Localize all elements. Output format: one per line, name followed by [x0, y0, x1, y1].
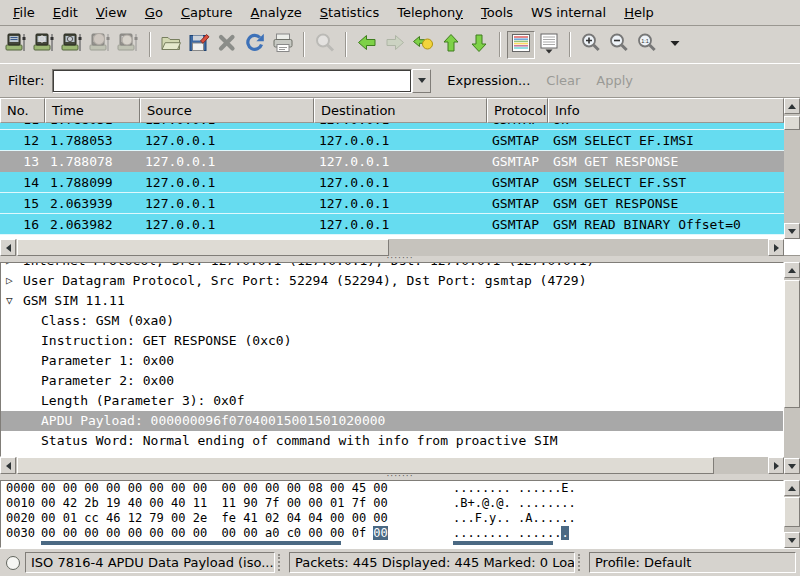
menu-edit[interactable]: Edit	[44, 1, 87, 25]
menu-analyze[interactable]: Analyze	[242, 1, 311, 25]
scroll-right-button[interactable]	[768, 457, 784, 474]
cell-protocol: GSMTAP	[487, 193, 548, 213]
expander-closed-icon[interactable]: ▷	[6, 271, 13, 291]
detail-line-5[interactable]: Parameter 1: 0x00	[1, 351, 783, 371]
scrollbar-thumb[interactable]	[784, 116, 800, 130]
expander-open-icon[interactable]: ▽	[6, 291, 13, 311]
scroll-up-button[interactable]	[784, 98, 800, 114]
zoom-in-button[interactable]	[577, 31, 605, 59]
detail-line-4[interactable]: Instruction: GET RESPONSE (0xc0)	[1, 331, 783, 351]
hex-row-0020[interactable]: 002000 01 cc 46 12 79 00 2e fe 41 02 04 …	[1, 511, 783, 526]
hex-row-0010[interactable]: 001000 42 2b 19 40 00 40 11 11 90 7f 00 …	[1, 496, 783, 511]
packet-list-vscrollbar[interactable]	[784, 98, 800, 239]
zoom-out-button[interactable]	[605, 31, 633, 59]
packet-row-11[interactable]: 111.788051127.0.0.1127.0.0.1GSMTAPOk	[0, 123, 784, 130]
packet-row-16[interactable]: 162.063982127.0.0.1127.0.0.1GSMTAPGSM RE…	[0, 214, 784, 235]
interfaces-button[interactable]	[3, 31, 31, 59]
menu-ws-internal[interactable]: WS internal	[522, 1, 615, 25]
find-packet-button[interactable]	[311, 31, 339, 59]
hex-offset: 0030	[6, 526, 35, 541]
cell-destination: 127.0.0.1	[314, 172, 487, 192]
scroll-up-button[interactable]	[784, 262, 800, 278]
cell-no: 12	[0, 130, 45, 150]
go-top-button[interactable]	[437, 31, 465, 59]
detail-line-0[interactable]: ▷Internet Protocol, Src: 127.0.0.1 (127.…	[1, 263, 783, 271]
scroll-down-button[interactable]	[784, 223, 800, 239]
go-bottom-button[interactable]	[465, 31, 493, 59]
bytes-vscrollbar[interactable]	[784, 480, 800, 548]
detail-line-9[interactable]: Status Word: Normal ending of command wi…	[1, 431, 783, 451]
hex-row-0000[interactable]: 000000 00 00 00 00 00 00 00 00 00 00 00 …	[1, 481, 783, 496]
scrollbar-thumb[interactable]	[784, 497, 800, 527]
apply-button[interactable]: Apply	[596, 73, 633, 88]
capture-start-button[interactable]	[59, 31, 87, 59]
toolbar-overflow-button[interactable]	[661, 31, 689, 59]
menu-help[interactable]: Help	[615, 1, 663, 25]
capture-restart-button[interactable]	[115, 31, 143, 59]
close-file-button[interactable]	[213, 31, 241, 59]
hex-dump[interactable]: 000000 00 00 00 00 00 00 00 00 00 00 00 …	[0, 480, 784, 548]
scroll-down-button[interactable]	[784, 532, 800, 548]
packet-list-hscrollbar[interactable]	[0, 239, 784, 256]
cell-destination: 127.0.0.1	[314, 151, 487, 171]
capture-stop-button[interactable]	[87, 31, 115, 59]
column-header-source[interactable]: Source	[140, 98, 314, 123]
detail-line-2[interactable]: ▽GSM SIM 11.11	[1, 291, 783, 311]
scrollbar-thumb[interactable]	[17, 239, 389, 256]
autoscroll-button[interactable]	[535, 31, 563, 59]
clear-button[interactable]: Clear	[546, 73, 580, 88]
filter-input[interactable]	[52, 69, 412, 93]
menu-statistics[interactable]: Statistics	[311, 1, 388, 25]
colorize-button[interactable]	[507, 31, 535, 59]
menu-go[interactable]: Go	[136, 1, 172, 25]
packet-row-14[interactable]: 141.788099127.0.0.1127.0.0.1GSMTAPGSM SE…	[0, 172, 784, 193]
packet-row-13[interactable]: 131.788078127.0.0.1127.0.0.1GSMTAPGSM GE…	[0, 151, 784, 172]
expander-closed-icon[interactable]: ▷	[6, 263, 13, 271]
go-to-packet-button[interactable]	[409, 31, 437, 59]
open-file-button[interactable]	[157, 31, 185, 59]
details-vscrollbar[interactable]	[784, 262, 800, 474]
scroll-left-button[interactable]	[0, 457, 16, 474]
expression-button[interactable]: Expression...	[447, 73, 530, 88]
menu-capture[interactable]: Capture	[172, 1, 242, 25]
details-hscrollbar[interactable]	[0, 457, 784, 474]
save-file-button[interactable]	[185, 31, 213, 59]
hex-offset: 0010	[6, 496, 35, 511]
detail-line-1[interactable]: ▷User Datagram Protocol, Src Port: 52294…	[1, 271, 783, 291]
column-header-time[interactable]: Time	[45, 98, 140, 123]
scroll-right-button[interactable]	[768, 239, 784, 256]
scrollbar-thumb[interactable]	[784, 280, 800, 408]
detail-line-3[interactable]: Class: GSM (0xa0)	[1, 311, 783, 331]
zoom-100-button[interactable]: 1:1	[633, 31, 661, 59]
go-back-button[interactable]	[353, 31, 381, 59]
packet-details-pane: ▷Internet Protocol, Src: 127.0.0.1 (127.…	[0, 262, 800, 474]
hex-row-0030[interactable]: 003000 00 00 00 00 00 00 00 00 00 a0 c0 …	[1, 526, 783, 541]
filter-dropdown-button[interactable]	[412, 69, 431, 93]
colorize-icon	[509, 31, 533, 58]
print-button[interactable]	[269, 31, 297, 59]
detail-line-6[interactable]: Parameter 2: 0x00	[1, 371, 783, 391]
cell-time: 1.788099	[45, 172, 140, 192]
menu-telephony[interactable]: Telephony	[388, 1, 472, 25]
menu-tools[interactable]: Tools	[472, 1, 522, 25]
status-field-info: ISO 7816-4 APDU Data Payload (iso...	[25, 552, 275, 573]
scroll-up-button[interactable]	[784, 480, 800, 496]
hex-bytes: 00 01 cc 46 12 79 00 2e fe 41 02 04 04 0…	[41, 511, 388, 526]
go-forward-button[interactable]	[381, 31, 409, 59]
menu-file[interactable]: File	[4, 1, 44, 25]
column-header-info[interactable]: Info	[548, 98, 784, 123]
scroll-down-button[interactable]	[784, 458, 800, 474]
reload-button[interactable]	[241, 31, 269, 59]
scrollbar-thumb[interactable]	[17, 457, 714, 474]
capture-options-button[interactable]	[31, 31, 59, 59]
expert-info-icon[interactable]	[6, 556, 20, 570]
detail-line-7[interactable]: Length (Parameter 3): 0x0f	[1, 391, 783, 411]
column-header-destination[interactable]: Destination	[314, 98, 487, 123]
packet-row-15[interactable]: 152.063939127.0.0.1127.0.0.1GSMTAPGSM GE…	[0, 193, 784, 214]
detail-line-8[interactable]: APDU Payload: 000000096f0704001500150102…	[1, 411, 783, 431]
column-header-protocol[interactable]: Protocol	[487, 98, 548, 123]
packet-row-12[interactable]: 121.788053127.0.0.1127.0.0.1GSMTAPGSM SE…	[0, 130, 784, 151]
menu-view[interactable]: View	[87, 1, 136, 25]
column-header-no[interactable]: No.	[0, 98, 45, 123]
scroll-left-button[interactable]	[0, 239, 16, 256]
